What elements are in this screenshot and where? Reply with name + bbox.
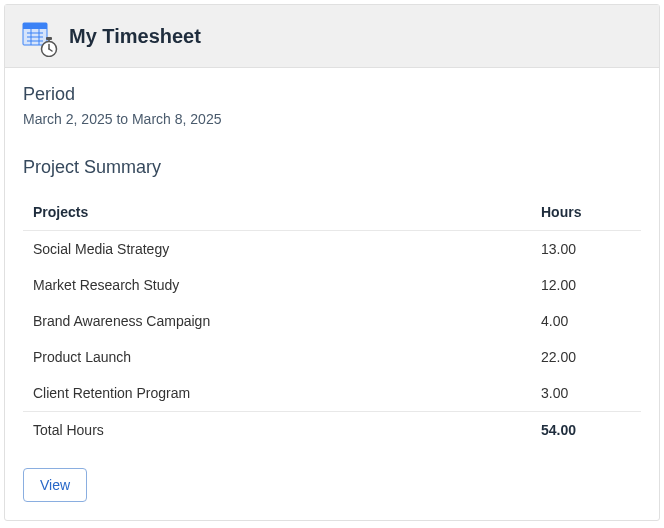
table-row: Product Launch 22.00 [23, 339, 641, 375]
project-name: Social Media Strategy [23, 231, 531, 268]
column-header-projects: Projects [23, 194, 531, 231]
project-name: Brand Awareness Campaign [23, 303, 531, 339]
summary-title: Project Summary [23, 157, 641, 178]
period-label: Period [23, 84, 641, 105]
total-row: Total Hours 54.00 [23, 412, 641, 449]
project-name: Product Launch [23, 339, 531, 375]
card-header: My Timesheet [5, 5, 659, 68]
svg-rect-1 [23, 23, 47, 29]
table-row: Market Research Study 12.00 [23, 267, 641, 303]
period-value: March 2, 2025 to March 8, 2025 [23, 111, 641, 127]
project-name: Client Retention Program [23, 375, 531, 412]
project-hours: 12.00 [531, 267, 641, 303]
table-row: Brand Awareness Campaign 4.00 [23, 303, 641, 339]
project-hours: 4.00 [531, 303, 641, 339]
column-header-hours: Hours [531, 194, 641, 231]
table-row: Social Media Strategy 13.00 [23, 231, 641, 268]
project-hours: 3.00 [531, 375, 641, 412]
page-title: My Timesheet [69, 25, 201, 48]
timesheet-icon [21, 19, 55, 53]
table-row: Client Retention Program 3.00 [23, 375, 641, 412]
project-hours: 13.00 [531, 231, 641, 268]
project-summary-table: Projects Hours Social Media Strategy 13.… [23, 194, 641, 448]
stopwatch-icon [39, 37, 59, 57]
project-hours: 22.00 [531, 339, 641, 375]
view-button[interactable]: View [23, 468, 87, 502]
timesheet-card: My Timesheet Period March 2, 2025 to Mar… [4, 4, 660, 521]
total-hours: 54.00 [531, 412, 641, 449]
card-body: Period March 2, 2025 to March 8, 2025 Pr… [5, 68, 659, 520]
project-name: Market Research Study [23, 267, 531, 303]
total-label: Total Hours [23, 412, 531, 449]
